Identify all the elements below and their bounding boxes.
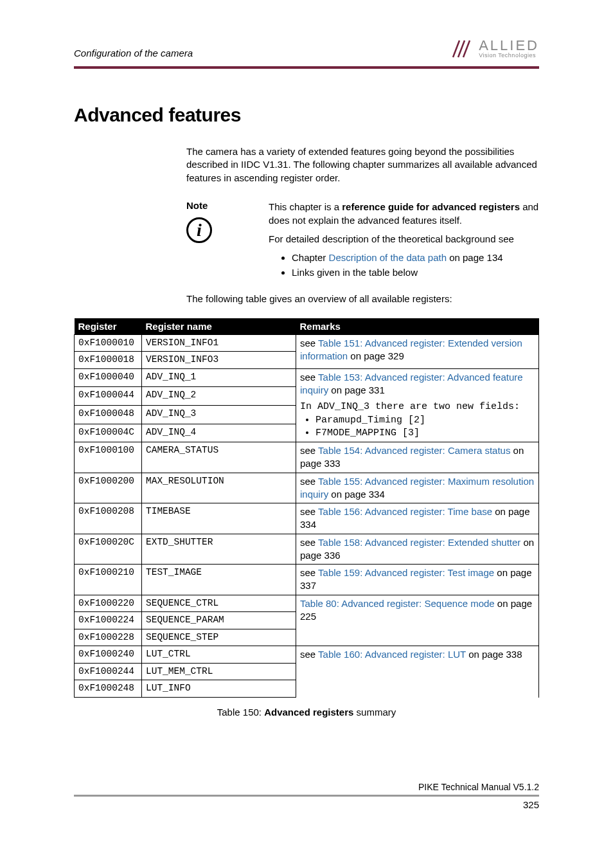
table-row: 0xF1000240 LUT_CTRL see Table 160: Advan… [75,646,539,664]
link-table-151[interactable]: Table 151: Advanced register: Extended v… [300,338,522,361]
table-row: 0xF1000040 ADV_INQ_1 see Table 153: Adva… [75,368,539,387]
note-bullet-1: Chapter Description of the data path on … [292,251,539,264]
page-number: 325 [74,799,539,810]
table-row: 0xF1000210 TEST_IMAGE see Table 159: Adv… [75,565,539,595]
table-caption: Table 150: Advanced registers summary [74,707,539,718]
note-block: Note i This chapter is a reference guide… [186,200,539,280]
table-row: 0xF1000010 VERSION_INFO1 see Table 151: … [75,334,539,352]
link-table-160[interactable]: Table 160: Advanced register: LUT [318,649,466,660]
page-title: Advanced features [74,104,539,126]
link-table-158[interactable]: Table 158: Advanced register: Extended s… [318,537,520,548]
note-bullets: Chapter Description of the data path on … [269,251,539,279]
table-row: 0xF1000220 SEQUENCE_CTRL Table 80: Advan… [75,595,539,612]
intro-paragraph: The camera has a variety of extended fea… [186,145,539,185]
note-line-1: This chapter is a reference guide for ad… [269,200,539,227]
footer-rule [74,795,539,797]
th-register: Register [75,318,142,335]
th-remarks: Remarks [296,318,539,335]
link-data-path[interactable]: Description of the data path [329,252,447,263]
table-row: 0xF100020C EXTD_SHUTTER see Table 158: A… [75,534,539,565]
registers-table: Register Register name Remarks 0xF100001… [74,318,539,698]
table-row: 0xF1000200 MAX_RESOLUTION see Table 155:… [75,473,539,503]
table-row: 0xF1000100 CAMERA_STATUS see Table 154: … [75,442,539,473]
logo: ALLIED Vision Technologies [450,39,539,59]
note-line-2: For detailed description of the theoreti… [269,232,539,246]
page-header: Configuration of the camera ALLIED Visio… [74,39,539,62]
header-rule [74,66,539,69]
page-footer: PIKE Technical Manual V5.1.2 325 [74,782,539,810]
logo-sub: Vision Technologies [479,53,539,59]
link-table-159[interactable]: Table 159: Advanced register: Test image [318,567,494,578]
link-table-154[interactable]: Table 154: Advanced register: Camera sta… [318,445,510,456]
th-name: Register name [142,318,296,335]
link-table-80[interactable]: Table 80: Advanced register: Sequence mo… [300,598,495,609]
logo-main: ALLIED [479,39,539,53]
section-label: Configuration of the camera [74,48,193,59]
overview-line: The following table gives an overview of… [186,293,539,304]
footer-title: PIKE Technical Manual V5.1.2 [74,782,539,792]
info-icon: i [186,217,212,243]
allied-slashes-icon [450,39,476,59]
note-label: Note [186,200,251,211]
link-table-156[interactable]: Table 156: Advanced register: Time base [318,506,492,517]
note-bullet-2: Links given in the table below [292,266,539,279]
table-row: 0xF1000208 TIMEBASE see Table 156: Advan… [75,503,539,534]
